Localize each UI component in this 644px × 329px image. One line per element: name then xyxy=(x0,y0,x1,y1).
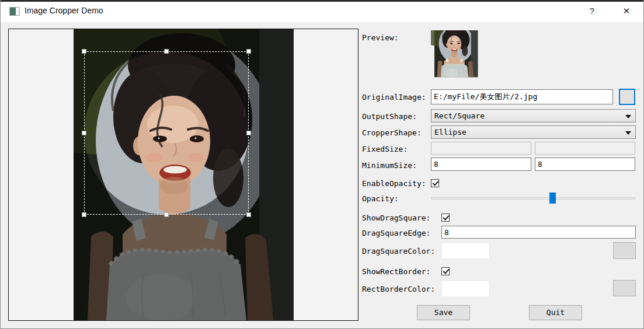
quit-button[interactable]: Quit xyxy=(529,305,582,320)
opacity-slider-handle[interactable] xyxy=(549,192,556,204)
fixed-width-input[interactable] xyxy=(431,142,531,155)
cropper-shape-value: Ellipse xyxy=(434,128,467,136)
drag-square-edge-input[interactable] xyxy=(441,226,636,239)
original-image-input[interactable] xyxy=(431,89,613,104)
output-shape-value: Rect/Square xyxy=(434,111,485,120)
original-image-label: OriginalImage: xyxy=(362,93,426,102)
drag-square-edge-label: DragSquareEdge: xyxy=(362,229,430,237)
browse-button[interactable] xyxy=(619,89,635,105)
title-bar: Image Cropper Demo ? ✕ xyxy=(0,0,644,22)
crop-handle-top-middle[interactable] xyxy=(164,49,169,54)
show-rect-border-checkbox[interactable] xyxy=(441,267,450,275)
minimum-height-input[interactable] xyxy=(535,158,635,171)
output-shape-select[interactable]: Rect/Square xyxy=(431,109,636,123)
close-icon[interactable]: ✕ xyxy=(617,2,636,20)
image-canvas xyxy=(8,29,358,321)
fixed-size-label: FixedSize: xyxy=(362,145,408,153)
help-button[interactable]: ? xyxy=(582,2,602,20)
window-border-top xyxy=(0,0,644,2)
fixed-height-input[interactable] xyxy=(535,142,635,155)
drag-square-color-button[interactable] xyxy=(613,242,636,259)
cropper-shape-label: CropperShape: xyxy=(362,128,422,137)
window-title: Image Cropper Demo xyxy=(25,6,103,15)
drag-square-color-swatch xyxy=(442,243,489,258)
source-photo xyxy=(74,29,294,320)
enable-opacity-checkbox[interactable] xyxy=(431,179,439,187)
app-icon xyxy=(9,7,20,16)
opacity-label: Opacity: xyxy=(362,194,399,203)
rect-border-color-button[interactable] xyxy=(613,280,636,296)
crop-handle-middle-right[interactable] xyxy=(246,131,251,135)
crop-handle-middle-left[interactable] xyxy=(82,131,86,135)
minimum-width-input[interactable] xyxy=(431,158,531,171)
drag-square-color-label: DragSquareColor: xyxy=(362,247,435,256)
enable-opacity-label: EnableOpacity: xyxy=(362,179,426,188)
window-border-left xyxy=(0,0,1,329)
crop-selection-rect[interactable] xyxy=(84,51,249,215)
output-shape-label: OutputShape: xyxy=(362,112,417,121)
save-button[interactable]: Save xyxy=(417,305,470,320)
show-drag-square-label: ShowDragSquare: xyxy=(362,214,430,222)
chevron-down-icon xyxy=(625,115,631,118)
preview-label: Preview: xyxy=(362,33,399,42)
rect-border-color-swatch xyxy=(442,281,489,296)
opacity-slider[interactable] xyxy=(431,191,635,204)
opacity-slider-track[interactable] xyxy=(431,197,635,200)
show-rect-border-label: ShowRectBorder: xyxy=(362,267,430,276)
crop-handle-top-left[interactable] xyxy=(82,49,86,54)
minimum-size-label: MinimumSize: xyxy=(362,161,417,170)
rect-border-color-label: RectBorderColor: xyxy=(362,285,435,293)
cropper-shape-select[interactable]: Ellipse xyxy=(431,125,636,139)
crop-handle-bottom-left[interactable] xyxy=(82,212,86,217)
crop-handle-top-right[interactable] xyxy=(246,49,251,54)
chevron-down-icon xyxy=(625,131,631,135)
preview-thumbnail xyxy=(431,30,489,85)
app-window: Image Cropper Demo ? ✕ Preview: xyxy=(0,0,644,329)
crop-handle-bottom-middle[interactable] xyxy=(164,212,169,217)
crop-handle-bottom-right[interactable] xyxy=(246,212,251,217)
show-drag-square-checkbox[interactable] xyxy=(441,214,450,222)
